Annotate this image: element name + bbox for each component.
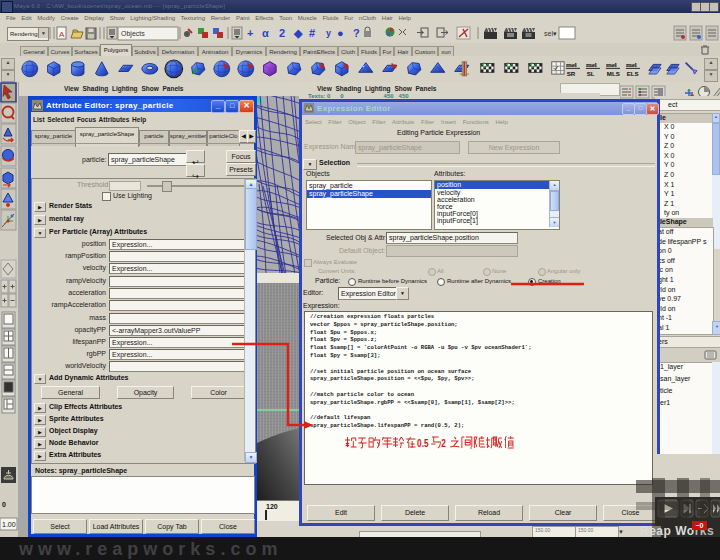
svg-text:1.00: 1.00 — [2, 521, 16, 528]
svg-text:0.5: 0.5 — [417, 438, 429, 449]
svg-text:mel: mel — [566, 61, 577, 69]
svg-text:2: 2 — [441, 438, 446, 449]
svg-text:mel: mel — [586, 61, 597, 69]
svg-text:SR: SR — [567, 70, 576, 77]
svg-text:MLS: MLS — [607, 70, 620, 77]
svg-text:mel: mel — [626, 61, 637, 69]
svg-text:0: 0 — [2, 501, 6, 508]
svg-text:mel: mel — [606, 61, 617, 69]
svg-text:SL: SL — [587, 70, 595, 77]
svg-text:ELS: ELS — [627, 70, 639, 77]
